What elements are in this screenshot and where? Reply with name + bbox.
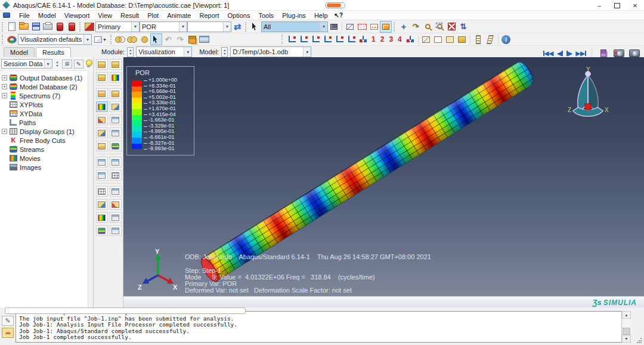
toolbox-button[interactable] [110,72,122,83]
display-group-button[interactable] [368,21,380,33]
view-bottom-button[interactable] [321,33,333,45]
toolbar-grip[interactable] [2,35,4,44]
expand-icon[interactable] [2,75,7,80]
scroll-down-icon[interactable] [622,335,631,343]
menu-plugins[interactable]: Plug-ins [278,12,310,19]
print-button[interactable] [42,21,54,33]
toolbox-button-selected[interactable] [96,101,108,112]
toolbar-grip[interactable] [281,35,284,44]
refinement-combo[interactable] [187,21,231,32]
tree-item-paths[interactable]: Paths [0,118,93,127]
toolbar-grip[interactable] [79,22,82,32]
perspective-on-button[interactable] [456,33,468,45]
box-zoom-button[interactable] [434,21,445,33]
select-cursor-button[interactable] [249,21,261,33]
perspective-off-button[interactable] [444,33,456,45]
minimize-button[interactable] [590,0,608,11]
chevron-down-icon[interactable] [184,47,191,57]
toolbox-button[interactable] [96,88,108,99]
toolbox-button[interactable] [110,186,122,197]
model-spinner[interactable] [221,47,228,57]
view-right-button[interactable] [345,33,357,45]
open-button[interactable] [18,21,30,33]
perspective-hidden-button[interactable] [432,33,444,45]
viewport-annotation-button[interactable] [198,33,210,45]
whole-model-button[interactable] [380,21,392,33]
tab-results[interactable]: Results [36,47,71,58]
chevron-down-icon[interactable] [131,22,139,32]
expand-icon[interactable] [2,93,7,98]
toolbox-button[interactable] [110,128,122,138]
previous-frame-button[interactable] [557,50,563,57]
message-log[interactable]: Job Job-1 completed successfully. The jo… [16,311,631,343]
toolbox-button[interactable] [96,225,108,236]
perspective-wire-button[interactable] [420,33,432,45]
toolbox-button[interactable] [110,59,122,70]
view-left-button[interactable] [333,33,345,45]
toolbox-button[interactable] [110,141,122,151]
toolbox-button[interactable] [110,170,122,181]
tree-item-streams[interactable]: Streams [0,145,93,154]
menu-file[interactable]: File [15,12,34,19]
toolbox-button[interactable] [96,128,108,138]
toolbox-button[interactable] [110,88,122,99]
submit-job-button[interactable] [54,21,66,33]
toolbox-button[interactable] [110,199,122,210]
render-wireframe-button[interactable] [114,33,126,45]
toolbox-button[interactable] [96,212,108,223]
menu-view[interactable]: View [94,12,116,19]
select-mode-button[interactable] [150,33,162,45]
first-frame-button[interactable] [543,50,553,57]
user-view-3-button[interactable]: 3 [386,35,395,43]
menu-result[interactable]: Result [116,12,143,19]
selection-filter-combo[interactable]: All [261,21,328,32]
toolbox-button[interactable] [96,157,108,167]
toolbox-button[interactable] [96,72,108,83]
toolbox-button[interactable] [110,101,122,112]
scroll-up-icon[interactable] [622,311,631,319]
tree-item-model-database[interactable]: Model Database (2) [0,82,93,91]
toolbox-button[interactable] [96,59,108,70]
prompt-field[interactable] [5,307,246,314]
tree-item-output-databases[interactable]: Output Databases (1) [0,73,93,82]
toolbox-button[interactable] [110,157,122,167]
tree-scrollbar[interactable] [88,70,93,307]
user-view-2-button[interactable]: 2 [378,35,387,43]
window-menu-icon[interactable] [3,13,10,18]
acoustic-bar-model[interactable] [199,58,537,283]
module-spinner[interactable] [127,47,134,57]
fit-view-button[interactable] [445,21,457,33]
toolbar-grip[interactable] [2,22,4,32]
view-top-button[interactable] [309,33,321,45]
toolbox-button[interactable] [96,114,108,125]
render-hidden-button[interactable] [126,33,138,45]
tree-item-xyplots[interactable]: XYPlots [0,100,93,109]
message-area-button[interactable] [2,316,14,326]
menu-viewport[interactable]: Viewport [60,12,94,19]
color-code-button[interactable] [6,33,18,45]
toolbox-button[interactable] [96,141,108,151]
view-compass[interactable]: Y Z X [563,67,613,126]
menu-help[interactable]: Help [310,12,332,19]
field-output-button[interactable] [83,21,95,33]
object-display-button[interactable] [344,21,356,33]
tab-model[interactable]: Model [4,47,35,58]
new-file-button[interactable] [6,21,18,33]
toolbox-button[interactable] [96,186,108,197]
datum-axes-button[interactable] [484,33,496,45]
view-back-button[interactable] [298,33,309,45]
tree-item-images[interactable]: Images [0,163,93,172]
sync-frames-button[interactable] [231,21,243,33]
help-info-button[interactable] [500,33,512,45]
job-monitor-button[interactable] [66,21,78,33]
toolbox-button[interactable] [96,199,108,210]
chevron-down-icon[interactable] [179,22,187,32]
toolbar-grip[interactable] [245,22,247,32]
model-combo[interactable]: D:/Temp/Job-1.odb [230,46,311,57]
toolbox-button[interactable] [110,114,122,125]
last-frame-button[interactable] [576,50,586,57]
tree-item-display-groups[interactable]: Display Groups (1) [0,127,93,136]
menu-tools[interactable]: Tools [254,12,278,19]
toolbar-grip[interactable] [110,35,113,44]
toolbox-button[interactable] [96,170,108,181]
